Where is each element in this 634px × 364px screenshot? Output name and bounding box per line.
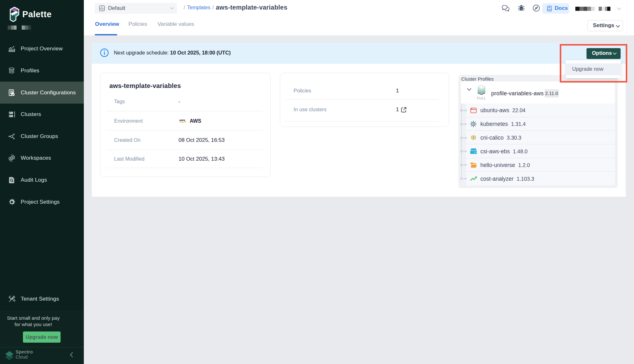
svg-text:aws: aws	[179, 118, 185, 122]
